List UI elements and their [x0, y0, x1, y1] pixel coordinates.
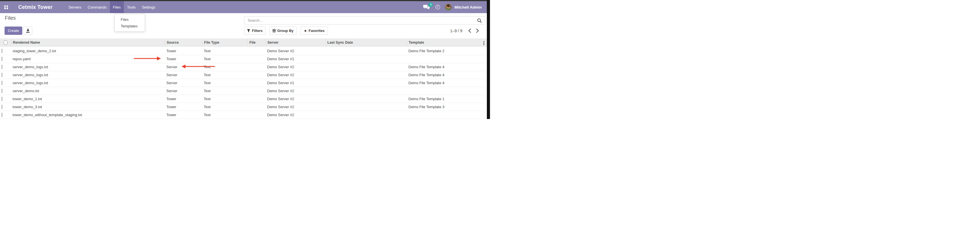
cell-rendered-name: repos.yaml: [11, 57, 165, 61]
pager-range: 1–9 / 9: [450, 29, 462, 33]
row-checkbox-cell: [0, 113, 11, 117]
row-checkbox[interactable]: [2, 89, 2, 93]
header-file[interactable]: File: [247, 39, 266, 46]
main-menu: Servers Commands Files Tools Settings: [65, 1, 158, 13]
messages-count-badge: 4: [428, 3, 433, 7]
search-input[interactable]: [244, 18, 477, 22]
cell-source: Tower: [165, 57, 202, 61]
cell-rendered-name: server_demo_logs.txt: [11, 81, 165, 85]
cell-rendered-name: tower_demo_1.txt: [11, 97, 165, 101]
pager: 1–9 / 9: [450, 27, 480, 35]
page-title: Files: [5, 15, 16, 21]
cell-source: Tower: [165, 49, 202, 53]
window-edge-top: [0, 0, 490, 1]
row-checkbox[interactable]: [2, 73, 2, 77]
cell-file-type: Text: [202, 113, 247, 117]
header-source[interactable]: Source: [165, 39, 202, 46]
row-checkbox-cell: [0, 105, 11, 109]
row-checkbox[interactable]: [2, 57, 2, 61]
files-menu-dropdown: Files Templates: [115, 14, 145, 32]
create-button[interactable]: Create: [5, 27, 22, 35]
cell-rendered-name: server_demo_logs.txt: [11, 65, 165, 69]
table-row[interactable]: tower_demo_1.txt Tower Text Demo Server …: [0, 95, 487, 103]
row-checkbox[interactable]: [2, 105, 2, 109]
group-by-icon: [272, 29, 276, 33]
header-file-type[interactable]: File Type: [202, 39, 247, 46]
dropdown-item-files[interactable]: Files: [115, 16, 145, 23]
menu-tools[interactable]: Tools: [124, 1, 139, 13]
header-template[interactable]: Template: [407, 39, 485, 46]
messages-button[interactable]: 4: [423, 5, 430, 10]
header-last-sync-date[interactable]: Last Sync Date: [325, 39, 407, 46]
dropdown-item-templates[interactable]: Templates: [115, 23, 145, 29]
user-avatar[interactable]: [445, 4, 452, 11]
clock-icon: [435, 5, 440, 10]
download-button[interactable]: [24, 27, 32, 35]
cell-server: Demo Server #2: [266, 113, 325, 117]
cell-server: Demo Server #2: [266, 97, 325, 101]
cell-template: Demo File Template 4: [407, 73, 485, 77]
row-checkbox[interactable]: [2, 81, 2, 85]
cell-source: Server: [165, 89, 202, 93]
table-row[interactable]: staging_tower_demo_2.txt Tower Text Demo…: [0, 47, 487, 55]
table-row[interactable]: server_demo.txt Server Text Demo Server …: [0, 87, 487, 95]
pager-next-button[interactable]: [476, 28, 480, 33]
row-checkbox[interactable]: [2, 49, 2, 53]
cell-server: Demo Server #1: [266, 81, 325, 85]
cell-rendered-name: staging_tower_demo_2.txt: [11, 49, 165, 53]
cell-server: Demo Server #2: [266, 49, 325, 53]
menu-servers[interactable]: Servers: [65, 1, 84, 13]
brand-title[interactable]: Cetmix Tower: [18, 4, 52, 10]
row-checkbox-cell: [0, 65, 11, 69]
table-row[interactable]: server_demo_logs.txt Server Text Demo Se…: [0, 71, 487, 79]
top-navbar: Cetmix Tower Servers Commands Files Tool…: [0, 1, 490, 13]
row-checkbox-cell: [0, 89, 11, 93]
menu-settings[interactable]: Settings: [139, 1, 158, 13]
navbar-right: 4 Mitchell Admin: [423, 1, 482, 13]
cell-server: Demo Server #2: [266, 89, 325, 93]
cell-file-type: Text: [202, 57, 247, 61]
table-row[interactable]: server_demo_logs.txt Server Text Demo Se…: [0, 63, 487, 71]
row-checkbox[interactable]: [2, 113, 2, 117]
cell-source: Server: [165, 73, 202, 77]
filters-label: Filters: [252, 29, 263, 33]
group-by-button[interactable]: Group By: [269, 27, 296, 35]
cell-template: Demo File Template 2: [407, 49, 485, 53]
header-rendered-name[interactable]: Rendered Name: [11, 39, 165, 46]
cell-file-type: Text: [202, 97, 247, 101]
cell-source: Server: [165, 81, 202, 85]
table-row[interactable]: server_demo_logs.txt Server Text Demo Se…: [0, 79, 487, 87]
select-all-checkbox[interactable]: [4, 41, 8, 45]
app-window: Cetmix Tower Servers Commands Files Tool…: [0, 0, 490, 119]
menu-files[interactable]: Files: [110, 1, 124, 13]
user-name[interactable]: Mitchell Admin: [454, 5, 482, 10]
filters-button[interactable]: Filters: [244, 27, 266, 35]
apps-grid-icon[interactable]: [4, 5, 8, 9]
table-row[interactable]: tower_demo_without_template_staging.txt …: [0, 111, 487, 119]
header-server[interactable]: Server: [266, 39, 325, 46]
row-checkbox-cell: [0, 57, 11, 61]
table-row[interactable]: repos.yaml Tower Text Demo Server #1: [0, 55, 487, 63]
menu-commands[interactable]: Commands: [84, 1, 110, 13]
favorites-button[interactable]: ★ Favorites: [301, 27, 328, 35]
pager-previous-button[interactable]: [468, 28, 472, 33]
row-checkbox[interactable]: [2, 97, 2, 101]
column-options-icon[interactable]: [484, 41, 485, 45]
row-checkbox[interactable]: [2, 65, 2, 69]
star-icon: ★: [304, 29, 307, 33]
search-bar: [244, 16, 485, 25]
cell-template: Demo File Template 4: [407, 65, 485, 69]
activities-button[interactable]: [435, 5, 440, 10]
cell-rendered-name: tower_demo_without_template_staging.txt: [11, 113, 165, 117]
cell-file-type: Text: [202, 65, 247, 69]
cell-file-type: Text: [202, 73, 247, 77]
select-all-checkbox-cell: [0, 39, 11, 46]
cell-file-type: Text: [202, 105, 247, 109]
cell-rendered-name: server_demo.txt: [11, 89, 165, 93]
cell-server: Demo Server #2: [266, 73, 325, 77]
search-icon[interactable]: [477, 18, 482, 23]
cell-template: Demo File Template 4: [407, 81, 485, 85]
row-checkbox-cell: [0, 81, 11, 85]
cell-template: Demo File Template 3: [407, 105, 485, 109]
table-row[interactable]: tower_demo_3.txt Tower Text Demo Server …: [0, 103, 487, 111]
